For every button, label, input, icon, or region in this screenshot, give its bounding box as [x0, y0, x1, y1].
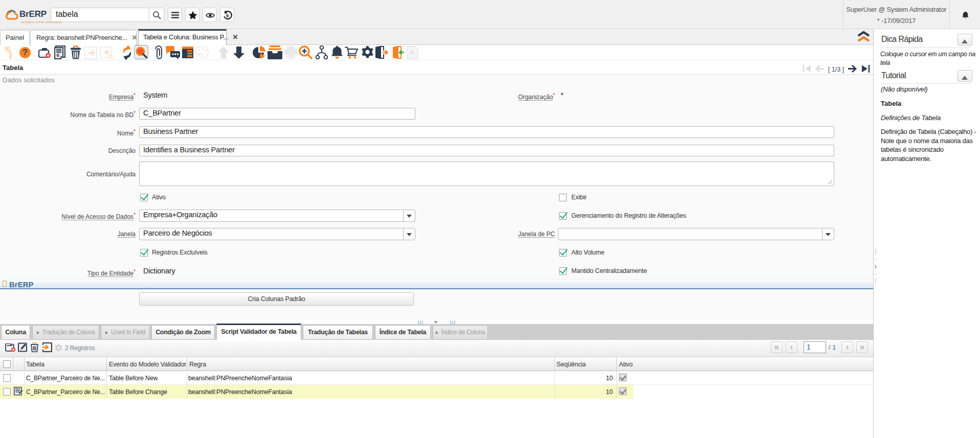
svg-text:9: 9	[226, 13, 229, 18]
